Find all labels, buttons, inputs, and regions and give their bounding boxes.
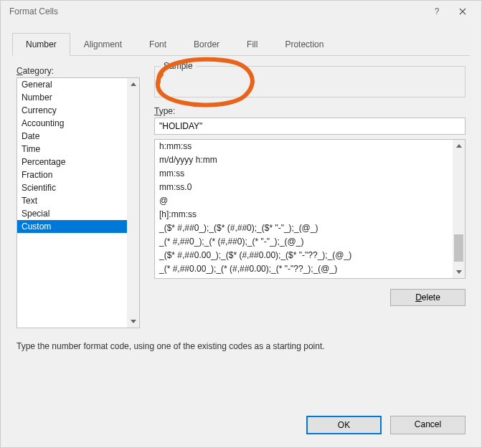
category-column: Category: General Number Currency Accoun…: [16, 66, 140, 328]
delete-row: Delete: [154, 289, 466, 306]
tab-alignment[interactable]: Alignment: [70, 33, 136, 56]
sample-box: Sample: [154, 66, 466, 97]
tab-strip: Number Alignment Font Border Fill Protec…: [12, 32, 470, 56]
cancel-button[interactable]: Cancel: [390, 416, 466, 434]
content-area: Category: General Number Currency Accoun…: [1, 56, 481, 409]
category-item-fraction[interactable]: Fraction: [17, 168, 127, 181]
scroll-down-icon[interactable]: [453, 266, 465, 278]
format-item[interactable]: _(* #,##0.00_);_(* (#,##0.00);_(* "-"??_…: [155, 262, 453, 276]
help-icon: ?: [435, 6, 440, 16]
category-scrollbar[interactable]: [127, 78, 139, 328]
sample-label: Sample: [161, 61, 196, 71]
category-item-text[interactable]: Text: [17, 194, 127, 207]
close-icon: [459, 8, 466, 15]
help-button[interactable]: ?: [424, 1, 450, 22]
format-item[interactable]: h:mm:ss: [155, 140, 453, 153]
tab-fill[interactable]: Fill: [233, 33, 271, 56]
category-items: General Number Currency Accounting Date …: [17, 78, 127, 328]
scroll-track[interactable]: [453, 152, 465, 266]
format-item[interactable]: _($* #,##0.00_);_($* (#,##0.00);_($* "-"…: [155, 249, 453, 262]
tab-border[interactable]: Border: [180, 33, 233, 56]
delete-button[interactable]: Delete: [390, 289, 466, 306]
footer: OK Cancel: [1, 409, 481, 447]
category-item-number[interactable]: Number: [17, 91, 127, 104]
right-column: Sample Type: h:mm:ss m/d/yyyy h:mm mm:ss…: [154, 66, 466, 328]
category-label: Category:: [16, 66, 140, 76]
format-item[interactable]: _($* #,##0_);_($* (#,##0);_($* "-"_);_(@…: [155, 221, 453, 235]
scroll-down-icon[interactable]: [127, 315, 139, 328]
format-scrollbar[interactable]: [453, 140, 465, 278]
category-item-special[interactable]: Special: [17, 207, 127, 220]
category-item-time[interactable]: Time: [17, 143, 127, 156]
dialog-title: Format Cells: [9, 6, 424, 16]
category-item-accounting[interactable]: Accounting: [17, 117, 127, 130]
format-item[interactable]: _(* #,##0_);_(* (#,##0);_(* "-"_);_(@_): [155, 235, 453, 249]
format-item[interactable]: mm:ss: [155, 167, 453, 181]
format-item[interactable]: @: [155, 194, 453, 208]
category-item-date[interactable]: Date: [17, 130, 127, 143]
main-row: Category: General Number Currency Accoun…: [16, 66, 466, 328]
tab-number[interactable]: Number: [12, 33, 70, 56]
ok-button[interactable]: OK: [306, 416, 382, 434]
tab-protection[interactable]: Protection: [271, 33, 337, 56]
type-label: Type:: [154, 106, 466, 116]
format-cells-dialog: Format Cells ? Number Alignment Font Bor…: [0, 0, 482, 448]
format-item[interactable]: mm/dd/yy;@: [155, 276, 453, 279]
format-items: h:mm:ss m/d/yyyy h:mm mm:ss mm:ss.0 @ [h…: [155, 140, 453, 278]
format-item[interactable]: mm:ss.0: [155, 181, 453, 194]
format-item[interactable]: [h]:mm:ss: [155, 208, 453, 221]
format-listbox[interactable]: h:mm:ss m/d/yyyy h:mm mm:ss mm:ss.0 @ [h…: [154, 139, 466, 279]
scroll-thumb[interactable]: [454, 234, 463, 262]
hint-text: Type the number format code, using one o…: [16, 341, 466, 351]
tab-font[interactable]: Font: [136, 33, 180, 56]
category-item-scientific[interactable]: Scientific: [17, 181, 127, 194]
category-listbox[interactable]: General Number Currency Accounting Date …: [16, 77, 140, 328]
format-item[interactable]: m/d/yyyy h:mm: [155, 153, 453, 167]
category-item-custom[interactable]: Custom: [17, 220, 127, 233]
category-item-general[interactable]: General: [17, 78, 127, 91]
category-item-currency[interactable]: Currency: [17, 104, 127, 117]
type-input[interactable]: [154, 118, 466, 135]
category-item-percentage[interactable]: Percentage: [17, 156, 127, 168]
scroll-track[interactable]: [127, 90, 139, 315]
titlebar: Format Cells ?: [1, 1, 481, 22]
scroll-up-icon[interactable]: [453, 140, 465, 152]
close-button[interactable]: [450, 1, 476, 22]
scroll-up-icon[interactable]: [127, 78, 139, 90]
